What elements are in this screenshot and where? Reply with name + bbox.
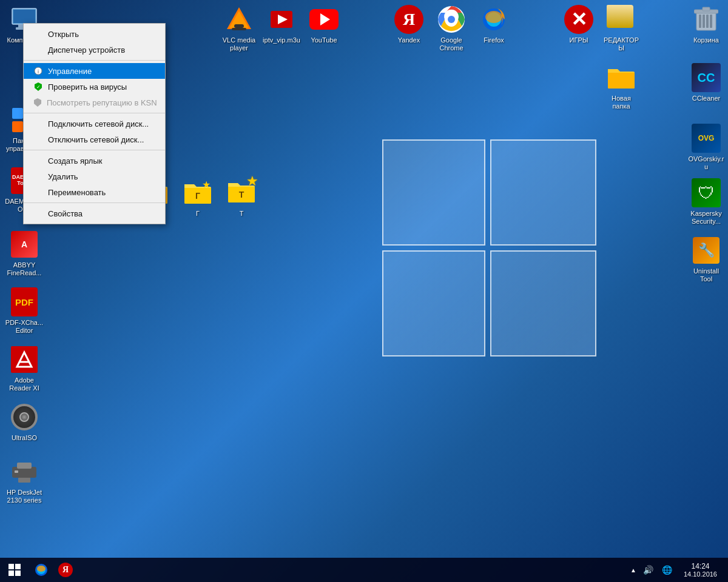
ultraiso-icon[interactable]: UltraISO <box>2 400 46 444</box>
ctx-delete[interactable]: Удалить <box>24 169 165 184</box>
ovgorskiy-label: OVGorskiy.ru <box>687 155 726 171</box>
iptv-icon[interactable]: iptv_vip.m3u <box>260 2 303 47</box>
yandex-label: Yandex <box>398 36 420 44</box>
context-menu: Открыть Диспетчер устройств i Управление… <box>23 23 166 224</box>
ctx-create-shortcut[interactable]: Создать ярлык <box>24 153 165 169</box>
editors-label: РЕДАКТОРЫ <box>602 36 641 52</box>
svg-rect-6 <box>12 121 23 132</box>
svg-point-24 <box>485 11 502 23</box>
notification-chevron[interactable]: ▲ <box>630 567 636 574</box>
speaker-icon[interactable]: 🔊 <box>641 565 655 575</box>
ctx-device-manager[interactable]: Диспетчер устройств <box>24 42 165 58</box>
ctx-scan-virus-icon: ✓ <box>33 82 43 92</box>
windows-start-icon <box>8 564 21 576</box>
kaspersky-label: Kaspersky Security... <box>687 210 726 226</box>
ultraiso-label: UltraISO <box>12 434 37 442</box>
svg-point-21 <box>448 16 455 23</box>
ctx-manage[interactable]: i Управление <box>24 63 165 79</box>
chrome-label: Google Chrome <box>432 36 471 52</box>
ctx-device-manager-icon <box>33 45 43 55</box>
firefox-icon[interactable]: Firefox <box>472 2 516 47</box>
svg-rect-31 <box>703 7 710 11</box>
svg-rect-15 <box>234 24 244 28</box>
ctx-scan-virus[interactable]: ✓ Проверить на вирусы <box>24 79 165 95</box>
iptv-label: iptv_vip.m3u <box>263 36 300 44</box>
pdf-icon[interactable]: PDF PDF-XCha... Editor <box>2 285 46 337</box>
svg-rect-1 <box>13 10 35 23</box>
chrome-icon[interactable]: Google Chrome <box>430 2 473 55</box>
uninstall-tool-label: Uninstall Tool <box>687 267 726 283</box>
uninstall-tool-icon[interactable]: 🔧 Uninstall Tool <box>684 233 728 286</box>
svg-rect-28 <box>706 15 709 28</box>
svg-text:Т: Т <box>239 190 244 199</box>
kaspersky-icon[interactable]: 🛡 Kaspersky Security... <box>684 176 728 228</box>
taskbar-yandex[interactable]: Я <box>53 558 78 582</box>
games-icon[interactable]: ✕ ИГРЫ <box>557 2 601 47</box>
svg-text:✓: ✓ <box>36 84 41 90</box>
svg-rect-27 <box>703 15 705 28</box>
ctx-ksn-icon <box>33 98 42 107</box>
vlc-icon[interactable]: VLC media player <box>217 2 261 55</box>
pdf-label: PDF-XCha... Editor <box>5 319 44 335</box>
ctx-manage-icon: i <box>33 66 43 76</box>
start-button[interactable] <box>0 558 29 582</box>
taskbar-right: ▲ 🔊 🌐 14:24 14.10.2016 <box>630 558 728 582</box>
svg-rect-4 <box>12 108 23 119</box>
abbyy-label: ABBYY FineRead... <box>5 261 44 277</box>
svg-text:i: i <box>38 69 39 75</box>
editors-icon[interactable]: РЕДАКТОРЫ <box>599 2 643 55</box>
ccleaner-icon[interactable]: CC CCleaner <box>684 61 728 105</box>
firefox-label: Firefox <box>484 36 504 44</box>
adobe-label: Adobe Reader XI <box>5 376 44 392</box>
yandex-icon[interactable]: Я Yandex <box>387 2 431 47</box>
trash-icon[interactable]: Корзина <box>684 2 728 47</box>
ccleaner-label: CCleaner <box>692 95 720 102</box>
ctx-disconnect-drive-icon <box>33 135 43 144</box>
ctx-properties[interactable]: Свойства <box>24 206 165 221</box>
ctx-open[interactable]: Открыть <box>24 26 165 42</box>
taskbar-firefox[interactable] <box>29 558 53 582</box>
ctx-sep1 <box>24 60 165 61</box>
taskbar-date: 14.10.2016 <box>684 570 717 578</box>
desktop: Компьютер Панель управления DAEMONTools <box>0 0 728 582</box>
folder-g-icon[interactable]: ★ Г Г <box>176 176 220 220</box>
ctx-sep4 <box>24 202 165 203</box>
ctx-delete-icon <box>33 172 43 181</box>
abbyy-icon[interactable]: A ABBYY FineRead... <box>2 227 46 279</box>
hp-label: HP DeskJet 2130 series <box>5 489 44 504</box>
ctx-sep2 <box>24 113 165 113</box>
ctx-shortcut-icon <box>33 156 43 166</box>
folder-t-icon[interactable]: Т ★ Т <box>220 176 263 220</box>
adobe-reader-icon[interactable]: Adobe Reader XI <box>2 343 46 395</box>
network-icon[interactable]: 🌐 <box>660 565 674 575</box>
youtube-icon[interactable]: YouTube <box>302 2 346 47</box>
ctx-map-drive-icon <box>33 119 43 129</box>
new-folder-label: Новая папка <box>602 95 641 110</box>
ctx-rename[interactable]: Переименовать <box>24 184 165 200</box>
ctx-disconnect-drive[interactable]: Отключить сетевой диск... <box>24 132 165 147</box>
hp-deskjet-icon[interactable]: HP DeskJet 2130 series <box>2 455 46 507</box>
folder-t-label: Т <box>240 210 244 218</box>
svg-rect-10 <box>17 463 32 469</box>
svg-text:★: ★ <box>202 179 211 190</box>
svg-text:Г: Г <box>195 191 200 201</box>
youtube-label: YouTube <box>311 36 337 44</box>
ovgorskiy-icon[interactable]: OVG OVGorskiy.ru <box>684 121 728 173</box>
folder-g-label: Г <box>196 210 200 218</box>
svg-rect-11 <box>18 478 30 483</box>
taskbar-apps: Я <box>29 558 78 582</box>
svg-rect-26 <box>699 15 701 28</box>
taskbar: Я ▲ 🔊 🌐 14:24 14.10.2016 <box>0 558 728 582</box>
ctx-sep3 <box>24 150 165 150</box>
ctx-rename-icon <box>33 187 43 197</box>
ctx-map-drive[interactable]: Подключить сетевой диск... <box>24 116 165 132</box>
ctx-ksn: Посмотреть репутацию в KSN <box>24 95 165 110</box>
svg-rect-16 <box>232 28 246 30</box>
svg-point-41 <box>37 566 46 572</box>
games-label: ИГРЫ <box>570 36 588 44</box>
ctx-open-icon <box>33 29 43 39</box>
ctx-properties-icon <box>33 209 43 218</box>
taskbar-time[interactable]: 14:24 14.10.2016 <box>679 562 722 578</box>
new-folder-icon[interactable]: Новая папка <box>599 61 643 113</box>
trash-label: Корзина <box>693 36 719 44</box>
